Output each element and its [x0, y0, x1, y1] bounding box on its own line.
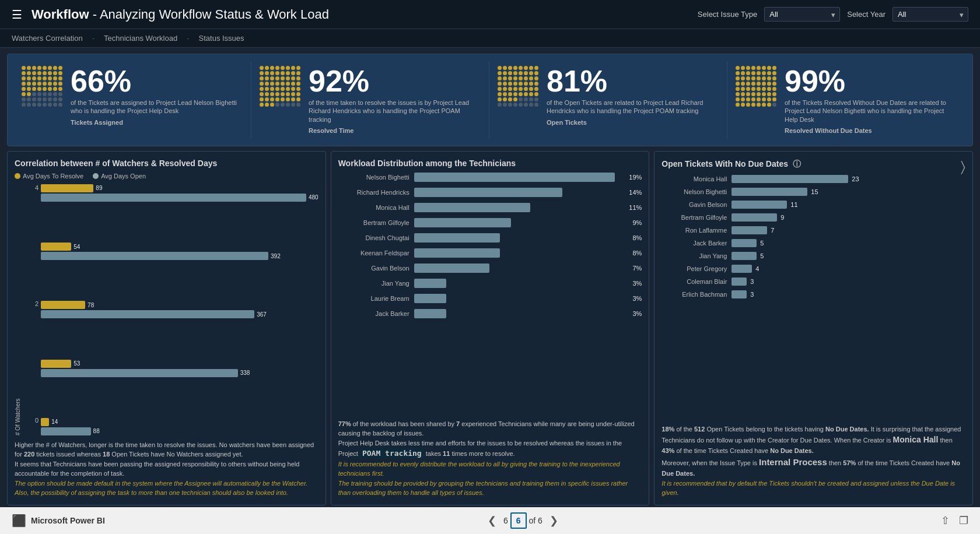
prev-page-button[interactable]: ❮ [488, 514, 496, 527]
workload-row: Dinesh Chugtai 8% [338, 233, 642, 243]
bar-group-row: 54 392 [41, 243, 318, 260]
chevron-right-icon[interactable]: 〉 [961, 159, 965, 175]
kpi2-desc: of the time taken to resolve the issues … [309, 99, 482, 124]
filter1-wrapper[interactable]: All [764, 7, 840, 22]
main-content: 66% of the Tickets are assigned to Proje… [0, 48, 980, 507]
kpi2-pct: 92% [309, 66, 482, 96]
bar-label-gray: 338 [240, 370, 250, 376]
workload-title: Workload Distribution among the Technici… [338, 159, 642, 168]
correlation-insight-gold: The option should be made default in the… [15, 480, 307, 497]
bar-row-gray: 392 [41, 252, 318, 260]
workload-pct: 8% [632, 250, 642, 257]
open-tickets-bars[interactable]: Monica Hall 23 Nelson Bighetti 15 Gavin … [662, 175, 965, 420]
correlation-legend: Avg Days To Resolve Avg Days Open [15, 173, 318, 180]
page-of: of 6 [529, 516, 542, 525]
kpi3-dot-grid [498, 66, 540, 108]
workload-name: Monica Hall [338, 204, 414, 211]
workload-pct: 3% [632, 310, 642, 317]
bar-row-gray: 480 [41, 194, 318, 202]
ticket-bar [732, 265, 752, 273]
sidebar-item-technicians-workload[interactable]: Technicians Workload [104, 34, 177, 43]
kpi-open-tickets: 81% of the Open Tickets are related to P… [491, 61, 727, 139]
workload-name: Dinesh Chugtai [338, 234, 414, 241]
info-icon[interactable]: ⓘ [793, 159, 801, 168]
title-bold: Workflow [32, 7, 89, 22]
workload-name: Richard Hendricks [338, 189, 414, 196]
workload-row: Richard Hendricks 14% [338, 188, 642, 197]
workload-bar [414, 248, 501, 258]
powerbi-icon: ⬛ [12, 514, 26, 528]
bar-label-gold: 53 [74, 360, 80, 367]
workload-pct: 9% [632, 219, 642, 226]
workload-bar [414, 294, 446, 303]
workload-bar [414, 173, 615, 182]
sidebar-item-status-issues[interactable]: Status Issues [199, 34, 244, 43]
legend-label-gray: Avg Days Open [101, 173, 146, 180]
nav-sep-2: - [187, 34, 189, 43]
correlation-insight: Higher the # of Watchers, longer is the … [15, 440, 318, 498]
bar-fill-gold [41, 301, 85, 309]
ticket-count: 3 [750, 291, 754, 298]
share-button[interactable]: ⇧ [941, 514, 950, 527]
workload-row: Nelson Bighetti 19% [338, 173, 642, 182]
kpi3-label: Open Tickets [547, 119, 720, 126]
sidebar-item-watchers-correlation[interactable]: Watchers Correlation [12, 34, 83, 43]
expand-button[interactable]: ❐ [959, 514, 968, 527]
kpi4-label: Resolved Without Due Dates [785, 127, 958, 134]
workload-bar-container [414, 203, 626, 212]
workload-bar-container [414, 248, 629, 258]
workload-row: Gavin Belson 7% [338, 264, 642, 273]
workload-pct: 7% [632, 265, 642, 272]
workload-bar-container [414, 188, 626, 197]
kpi2-content: 92% of the time taken to resolve the iss… [309, 66, 482, 134]
next-page-button[interactable]: ❯ [550, 514, 558, 527]
bar-label-gray: 392 [271, 253, 281, 259]
ticket-row: Jack Barker 5 [662, 239, 965, 247]
bar-row-gold: 78 [41, 301, 318, 309]
ticket-bar [732, 277, 747, 286]
kpi4-content: 99% of the Tickets Resolved Without Due … [785, 66, 958, 134]
kpi3-content: 81% of the Open Tickets are related to P… [547, 66, 720, 126]
header: ☰ Workflow - Analyzing Workflow Status &… [0, 0, 980, 29]
bar-fill-gold [41, 418, 49, 426]
ticket-name: Jian Yang [662, 252, 732, 259]
workload-bar-container [414, 218, 629, 227]
menu-icon[interactable]: ☰ [12, 8, 22, 22]
bar-fill-gray [41, 252, 268, 260]
bars-area: 89 480 54 392 78 367 53 338 [41, 184, 318, 435]
filter2-select[interactable]: All [892, 7, 968, 22]
workload-bar-container [414, 309, 629, 318]
ticket-row: Nelson Bighetti 15 [662, 188, 965, 196]
bar-label-gold: 78 [88, 302, 94, 308]
ticket-bar [732, 175, 848, 183]
filter2-wrapper[interactable]: All [892, 7, 968, 22]
ticket-name: Ron Laflamme [662, 227, 732, 234]
workload-row: Laurie Bream 3% [338, 294, 642, 303]
workload-bar [414, 309, 446, 318]
ticket-row: Peter Gregory 4 [662, 265, 965, 273]
workload-bar-container [414, 294, 629, 303]
workload-insight-gold: It is recommended to evenly distribute t… [338, 461, 628, 497]
bar-fill-gold [41, 360, 71, 368]
ticket-name: Monica Hall [662, 175, 732, 182]
bar-label-gold: 54 [74, 244, 80, 250]
workload-pct: 11% [629, 204, 642, 211]
navbar: Watchers Correlation - Technicians Workl… [0, 29, 980, 48]
ticket-name: Gavin Belson [662, 201, 732, 208]
workload-bars[interactable]: Nelson Bighetti 19% Richard Hendricks 14… [338, 173, 642, 414]
bar-row-gold: 14 [41, 418, 318, 426]
filter1-select[interactable]: All [764, 7, 840, 22]
workload-row: Bertram Gilfoyle 9% [338, 218, 642, 227]
header-title: Workflow - Analyzing Workflow Status & W… [32, 7, 698, 22]
ticket-name: Peter Gregory [662, 265, 732, 272]
y-axis-labels: 4 2 0 [23, 184, 41, 435]
legend-dot-gray [93, 173, 99, 179]
legend-label-gold: Avg Days To Resolve [23, 173, 83, 180]
footer-actions: ⇧ ❐ [941, 514, 968, 527]
workload-name: Nelson Bighetti [338, 174, 414, 181]
ticket-count: 23 [852, 175, 859, 182]
ticket-name: Erlich Bachman [662, 291, 732, 298]
ticket-count: 4 [755, 265, 759, 272]
ticket-name: Coleman Blair [662, 278, 732, 285]
kpi-resolved-time: 92% of the time taken to resolve the iss… [253, 61, 489, 139]
